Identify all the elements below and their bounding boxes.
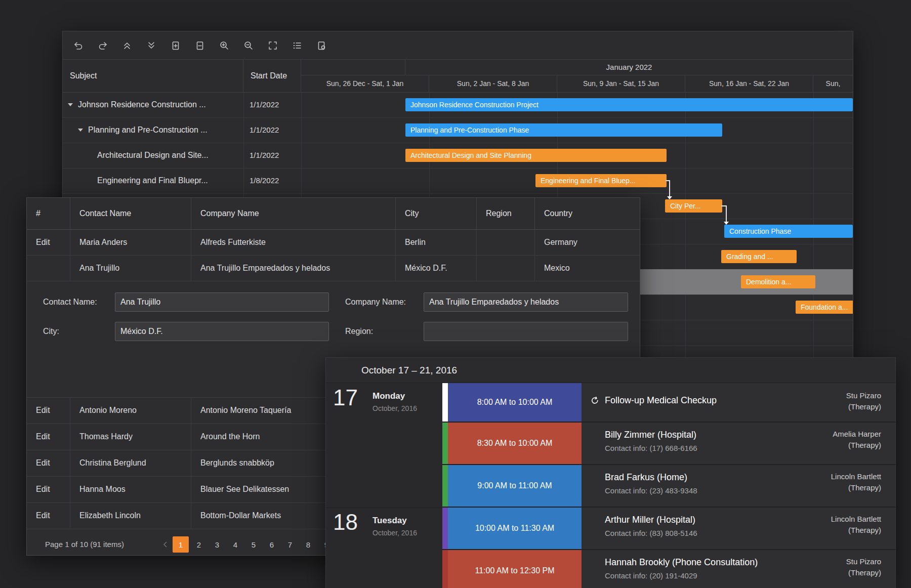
appointment-role: (Therapy): [848, 441, 881, 449]
subject-column-header[interactable]: Subject: [63, 60, 243, 92]
column-header-company-name[interactable]: Company Name: [191, 198, 396, 229]
edit-link[interactable]: Edit: [27, 477, 70, 502]
appointment-details[interactable]: Billy Zimmer (Hospital) Contact info: (1…: [582, 423, 895, 464]
week-header: Sun, 26 Dec - Sat, 1 Jan: [301, 75, 429, 92]
city-field[interactable]: [115, 322, 329, 341]
gantt-grid-header: Subject Start Date: [63, 60, 301, 93]
appointment-time: 8:30 AM to 10:00 AM: [477, 439, 553, 448]
edit-link[interactable]: Edit: [27, 398, 70, 424]
appointment-time-block[interactable]: 11:00 AM to 12:30 PM: [448, 550, 582, 588]
zoom-in-button[interactable]: [215, 36, 234, 55]
column-header-country[interactable]: Country: [535, 198, 640, 229]
task-details-button[interactable]: [287, 36, 307, 55]
appointment-details[interactable]: Follow-up Medical Checkup Stu Pizaro (Th…: [582, 383, 895, 422]
week-header: Sun,: [813, 75, 853, 92]
appointment-time-block[interactable]: 10:00 AM to 11:30 AM: [448, 508, 582, 549]
page-button-2[interactable]: 2: [191, 536, 207, 553]
collapse-all-button[interactable]: [117, 36, 137, 55]
task-bar-construction[interactable]: Construction Phase: [724, 225, 853, 238]
table-row: Ana Trujillo Ana Trujillo Emparedados y …: [27, 256, 640, 281]
page-button-5[interactable]: 5: [245, 536, 262, 553]
appointment-role: (Therapy): [848, 568, 881, 577]
page-button-7[interactable]: 7: [282, 536, 298, 553]
start-date-column-header[interactable]: Start Date: [243, 60, 301, 92]
week-header: Sun, 16 Jan - Sat, 22 Jan: [685, 75, 813, 92]
zoom-out-icon: [243, 40, 254, 51]
pager-pages: 1 2 3 4 5 6 7 8 9: [158, 536, 335, 553]
page-button-1[interactable]: 1: [173, 536, 189, 553]
task-subject: Johnson Residence Construction ...: [78, 92, 206, 117]
appointment-time-block[interactable]: 8:30 AM to 10:00 AM: [448, 423, 582, 464]
timeline-week-band: Sun, 26 Dec - Sat, 1 Jan Sun, 2 Jan - Sa…: [301, 75, 853, 93]
delete-task-button[interactable]: [190, 36, 210, 55]
task-start-date: 1/1/2022: [250, 117, 279, 143]
day-month: October, 2016: [372, 404, 417, 412]
appointment-details[interactable]: Arthur Miller (Hospital) Contact info: (…: [582, 508, 895, 549]
page-button-3[interactable]: 3: [209, 536, 225, 553]
task-bar-city-permits[interactable]: City Per...: [665, 199, 722, 213]
task-bar-johnson[interactable]: Johnson Residence Construction Project: [405, 98, 853, 111]
undo-button[interactable]: [69, 36, 88, 55]
timeline-month-label: January 2022: [405, 60, 853, 75]
appointment-owner: Lincoln Bartlett: [831, 515, 881, 523]
export-button[interactable]: [312, 36, 331, 55]
appointment-owner: Amelia Harper: [833, 430, 881, 438]
appointment-title: Brad Farkus (Home): [605, 472, 687, 483]
timeline-month-empty: [301, 60, 405, 75]
task-bar-foundation[interactable]: Foundation a...: [796, 301, 853, 314]
day-name: Monday: [372, 391, 405, 401]
edit-link[interactable]: Edit: [27, 424, 70, 450]
edit-link[interactable]: Edit: [27, 450, 70, 476]
pager-summary: Page 1 of 10 (91 items): [45, 529, 124, 560]
add-task-button[interactable]: [166, 36, 185, 55]
task-details-icon: [292, 40, 302, 51]
task-bar-engineering[interactable]: Engineering and Final Bluep...: [535, 174, 667, 187]
cell-contact: Maria Anders: [70, 230, 191, 255]
redo-button[interactable]: [93, 36, 112, 55]
task-bar-architectural[interactable]: Architectural Design and Site Planning: [405, 149, 667, 162]
appointment-row: 11:00 AM to 12:30 PM Hannah Brookly (Pho…: [442, 550, 895, 588]
task-bar-grading[interactable]: Grading and ...: [721, 250, 797, 263]
scheduler-header: October 17 – 21, 2016: [326, 358, 895, 383]
expander-icon[interactable]: [68, 103, 73, 106]
gantt-row[interactable]: Engineering and Final Bluepr... 1/8/2022: [63, 168, 853, 194]
company-name-field[interactable]: [424, 292, 628, 312]
pager-prev-button[interactable]: [158, 536, 171, 553]
column-header-city[interactable]: City: [396, 198, 477, 229]
day-cell-tuesday: 18 Tuesday October, 2016: [326, 508, 442, 588]
appointment-contact: Contact info: (20) 191-4029: [605, 571, 697, 580]
task-subject: Planning and Pre-Construction ...: [88, 117, 208, 143]
appointment-details[interactable]: Brad Farkus (Home) Contact info: (23) 48…: [582, 465, 895, 507]
page-button-6[interactable]: 6: [264, 536, 280, 553]
expand-all-button[interactable]: [142, 36, 161, 55]
task-bar-demolition[interactable]: Demolition a...: [741, 275, 815, 288]
region-field[interactable]: [424, 322, 628, 341]
edit-link[interactable]: Edit: [27, 230, 70, 255]
add-task-icon: [171, 40, 181, 51]
appointment-time-block[interactable]: 8:00 AM to 10:00 AM: [448, 383, 582, 422]
page-button-8[interactable]: 8: [300, 536, 316, 553]
page-button-4[interactable]: 4: [227, 536, 243, 553]
task-start-date: 1/1/2022: [250, 92, 279, 117]
appointment-role: (Therapy): [848, 526, 881, 534]
task-bar-label: Grading and ...: [721, 250, 797, 263]
expander-icon[interactable]: [78, 129, 83, 132]
column-header-region[interactable]: Region: [477, 198, 535, 229]
edit-link[interactable]: Edit: [27, 503, 70, 529]
contact-name-field[interactable]: [115, 292, 329, 312]
fullscreen-button[interactable]: [263, 36, 282, 55]
appointment-time: 11:00 AM to 12:30 PM: [475, 566, 554, 575]
appointment-details[interactable]: Hannah Brookly (Phone Consultation) Cont…: [582, 550, 895, 588]
column-header-contact-name[interactable]: Contact Name: [70, 198, 191, 229]
dependency-line: [726, 205, 727, 222]
zoom-out-button[interactable]: [239, 36, 258, 55]
column-header-number[interactable]: #: [27, 198, 70, 229]
appointment-owner: Stu Pizaro: [846, 391, 881, 400]
appointment-title: Hannah Brookly (Phone Consultation): [605, 557, 758, 568]
appointment-title: Billy Zimmer (Hospital): [605, 430, 696, 440]
task-bar-label: Johnson Residence Construction Project: [405, 98, 853, 111]
appointment-time-block[interactable]: 9:00 AM to 11:00 AM: [448, 465, 582, 507]
resource-strip: [442, 508, 448, 549]
resource-strip: [442, 423, 448, 464]
task-bar-planning[interactable]: Planning and Pre-Construction Phase: [405, 123, 722, 137]
